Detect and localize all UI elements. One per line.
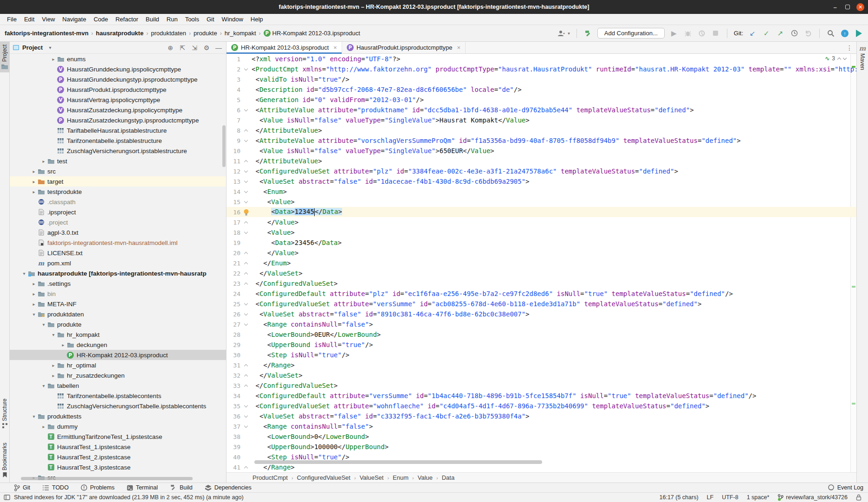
- expanded-arrow-icon[interactable]: ▾: [40, 322, 47, 327]
- menu-build[interactable]: Build: [143, 15, 162, 24]
- git-push-icon[interactable]: ↗: [776, 28, 785, 39]
- fold-open-icon[interactable]: [242, 314, 250, 315]
- debug-icon[interactable]: [683, 28, 693, 39]
- code-line[interactable]: 30 <Step isNull="true"/>: [227, 350, 856, 360]
- fold-open-icon[interactable]: [242, 109, 250, 111]
- menu-run[interactable]: Run: [163, 15, 181, 24]
- code-line[interactable]: 24 <ConfiguredDefault attribute="plz" id…: [227, 289, 856, 299]
- breadcrumb-item[interactable]: produkte: [194, 30, 217, 37]
- tree-item[interactable]: ▸target: [10, 176, 226, 187]
- expanded-arrow-icon[interactable]: ▾: [40, 383, 47, 388]
- toolwindow-toggle-icon[interactable]: [4, 495, 10, 500]
- collapsed-arrow-icon[interactable]: ▸: [31, 169, 37, 174]
- tree-item[interactable]: VHausratGrunddeckung.ipspolicycmpttype: [10, 64, 226, 74]
- expanded-arrow-icon[interactable]: ▾: [31, 414, 37, 419]
- line-ending[interactable]: LF: [707, 494, 714, 501]
- tree-item[interactable]: .project: [10, 217, 226, 227]
- code-line[interactable]: 15 <Value>: [227, 197, 856, 207]
- tree-item[interactable]: ▾hr_kompakt: [10, 329, 226, 340]
- code-line[interactable]: 35 <ConfiguredValueSet attribute="wohnfl…: [227, 401, 856, 411]
- fold-open-icon[interactable]: [242, 171, 250, 172]
- ide-update-icon[interactable]: ↑: [840, 28, 849, 39]
- fold-open-icon[interactable]: [242, 324, 250, 325]
- build-project-icon[interactable]: [583, 28, 593, 39]
- menu-edit[interactable]: Edit: [21, 15, 38, 24]
- fold-open-icon[interactable]: [242, 140, 250, 142]
- tree-item[interactable]: ZuschlagVersicherungsortTabelle.ipstable…: [10, 401, 226, 411]
- code-line[interactable]: 7 <Value isNull="false" valueType="Singl…: [227, 115, 856, 125]
- code-line[interactable]: 23 </ConfiguredValueSet>: [227, 278, 856, 289]
- fold-open-icon[interactable]: [242, 191, 250, 193]
- tree-item[interactable]: ▾produktdaten: [10, 309, 226, 319]
- indent-setting[interactable]: 1 space*: [747, 494, 770, 501]
- code-line[interactable]: 40 <Step isNull="true"/>: [227, 452, 856, 462]
- xml-breadcrumb-item[interactable]: ProductCmpt: [253, 474, 288, 481]
- toolwindow-project[interactable]: Project: [0, 42, 9, 72]
- git-branch-widget[interactable]: review/lara_stork/43726: [777, 494, 848, 501]
- code-line[interactable]: 10 <Value isNull="false" valueType="Sing…: [227, 146, 856, 156]
- tree-item[interactable]: mpom.xml: [10, 258, 226, 268]
- file-encoding[interactable]: UTF-8: [722, 494, 738, 501]
- project-horizontal-scrollbar[interactable]: [21, 477, 193, 480]
- project-panel-title[interactable]: Project: [22, 44, 43, 51]
- tab-options-icon[interactable]: ⋮: [842, 42, 856, 53]
- code-line[interactable]: 41 </Range>: [227, 462, 856, 472]
- code-line[interactable]: 18 <Value>: [227, 227, 856, 238]
- locate-icon[interactable]: ⊕: [166, 44, 175, 51]
- close-tab-icon[interactable]: ×: [333, 44, 337, 51]
- fold-close-icon[interactable]: [242, 363, 250, 367]
- stop-icon[interactable]: [711, 28, 720, 39]
- maximize-button[interactable]: [845, 5, 850, 9]
- profile-dropdown-icon[interactable]: ▾: [568, 31, 570, 36]
- tree-item[interactable]: THausratTest_2.ipstestcase: [10, 452, 226, 462]
- code-line[interactable]: 11 </AttributeValue>: [227, 156, 856, 166]
- collapsed-arrow-icon[interactable]: ▸: [50, 57, 57, 62]
- run-icon[interactable]: ▶: [669, 28, 679, 39]
- intention-bulb-icon[interactable]: [242, 209, 250, 216]
- menu-refactor[interactable]: Refactor: [112, 15, 142, 24]
- menu-git[interactable]: Git: [203, 15, 218, 24]
- fold-open-icon[interactable]: [242, 201, 250, 203]
- collapsed-arrow-icon[interactable]: ▸: [40, 424, 47, 429]
- menu-help[interactable]: Help: [247, 15, 266, 24]
- toolwindow-problems[interactable]: Problems: [81, 484, 115, 491]
- tree-item[interactable]: ▸deckungen: [10, 340, 226, 350]
- fold-close-icon[interactable]: [242, 159, 250, 163]
- tree-item[interactable]: VHausratZusatzdeckung.ipspolicycmpttype: [10, 105, 226, 115]
- code-line[interactable]: 33 </ConfiguredValueSet>: [227, 380, 856, 391]
- fold-close-icon[interactable]: [242, 373, 250, 378]
- menu-code[interactable]: Code: [91, 15, 111, 24]
- code-line[interactable]: 36 <ValueSet abstract="false" id="c3332f…: [227, 411, 856, 421]
- collapse-all-icon[interactable]: ⇲: [190, 44, 199, 51]
- breadcrumb-item[interactable]: PHR-Kompakt 2012-03.ipsproduct: [264, 30, 360, 37]
- close-button[interactable]: ✕: [856, 3, 864, 11]
- tree-item[interactable]: ▾produkte: [10, 319, 226, 329]
- editor-tab[interactable]: PHausratProdukt.ipsproductcmpttype×: [342, 42, 466, 53]
- code-line[interactable]: 16 <Data>12345</Data>: [227, 207, 856, 217]
- code-line[interactable]: 29 <UpperBound isNull="true"/>: [227, 340, 856, 350]
- code-line[interactable]: 1<?xml version="1.0" encoding="UTF-8"?>: [227, 54, 856, 64]
- tree-item[interactable]: PHausratProdukt.ipsproductcmpttype: [10, 84, 226, 95]
- tree-item[interactable]: ▸testprodukte: [10, 187, 226, 197]
- code-line[interactable]: 13 <ValueSet abstract="false" id="1dacec…: [227, 176, 856, 187]
- code-line[interactable]: 25 <ConfiguredValueSet attribute="versSu…: [227, 299, 856, 309]
- tree-item[interactable]: PHausratZusatzdeckungstyp.ipsproductcmpt…: [10, 115, 226, 125]
- tree-item[interactable]: ▸dummy: [10, 421, 226, 431]
- fold-close-icon[interactable]: [242, 129, 250, 133]
- tree-item[interactable]: TariftabelleHausrat.ipstablestructure: [10, 125, 226, 135]
- toolwindow-bookmarks[interactable]: Bookmarks: [0, 440, 9, 481]
- fold-close-icon[interactable]: [242, 220, 250, 225]
- search-everywhere-icon[interactable]: [826, 28, 836, 39]
- code-line[interactable]: 4 <Description id="d5b97ccf-2068-47e7-82…: [227, 84, 856, 95]
- toolwindow-build[interactable]: Build: [170, 484, 193, 491]
- code-area[interactable]: ∿ 3 1<?xml version="1.0" encoding="UTF-8…: [227, 54, 856, 472]
- menu-window[interactable]: Window: [219, 15, 246, 24]
- caret-position[interactable]: 16:17 (5 chars): [660, 494, 699, 501]
- tree-item[interactable]: Tarifzonentabelle.ipstablestructure: [10, 135, 226, 146]
- tree-item[interactable]: ▸src: [10, 166, 226, 176]
- code-line[interactable]: 26 <ValueSet abstract="false" id="8910c3…: [227, 309, 856, 319]
- tree-item[interactable]: THausratTest_3.ipstestcase: [10, 462, 226, 472]
- fold-close-icon[interactable]: [242, 261, 250, 265]
- git-commit-icon[interactable]: ✓: [762, 28, 771, 39]
- chevron-down-icon[interactable]: ▾: [45, 45, 55, 50]
